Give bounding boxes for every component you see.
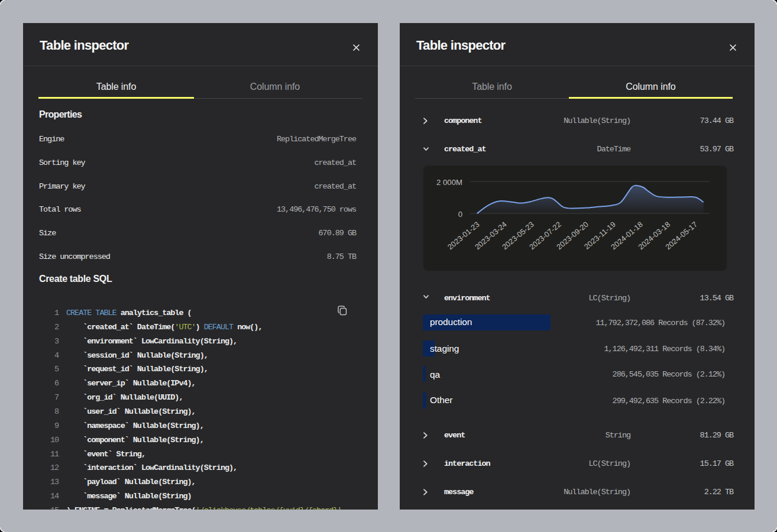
svg-text:2 000M: 2 000M xyxy=(436,178,462,187)
svg-text:0: 0 xyxy=(458,210,462,219)
